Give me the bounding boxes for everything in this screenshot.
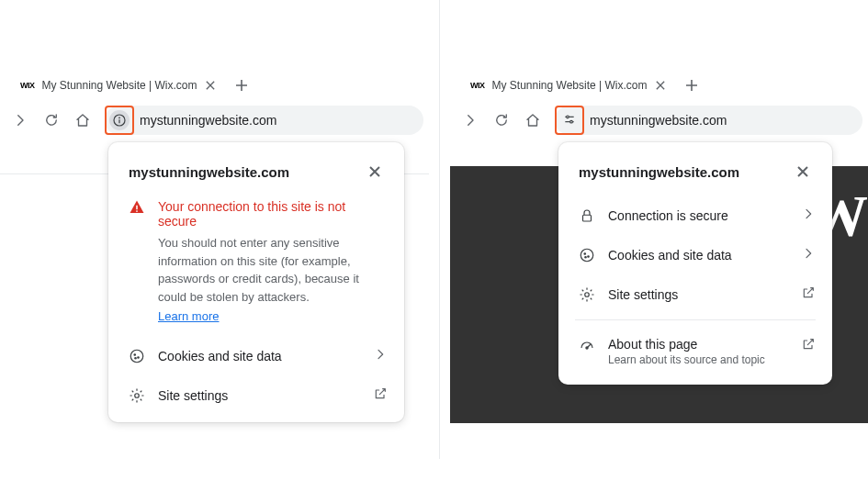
svg-point-17 [588, 255, 590, 257]
svg-rect-3 [136, 206, 138, 210]
popover-header: mystunningwebsite.com [108, 159, 404, 196]
site-settings-row[interactable]: Site settings [558, 274, 832, 314]
svg-point-6 [134, 353, 136, 355]
external-link-icon [801, 337, 816, 354]
external-link-icon [801, 285, 816, 303]
chevron-right-icon [801, 246, 816, 263]
browser-tab[interactable]: WIX My Stunning Website | Wix.com [11, 73, 226, 98]
tab-strip: WIX My Stunning Website | Wix.com [0, 69, 429, 102]
browser-toolbar: mystunningwebsite.com [0, 102, 429, 139]
security-warning: Your connection to this site is not secu… [108, 196, 404, 336]
reload-button[interactable] [487, 106, 516, 135]
chevron-right-icon [373, 347, 388, 364]
svg-point-15 [581, 249, 593, 262]
external-link-icon [373, 386, 388, 404]
vertical-divider [439, 0, 440, 459]
close-icon[interactable] [204, 79, 217, 92]
site-info-popover: mystunningwebsite.com Connection is secu… [558, 142, 832, 385]
chevron-right-icon [801, 207, 816, 224]
close-icon[interactable] [654, 79, 667, 92]
address-bar[interactable]: mystunningwebsite.com [555, 106, 862, 135]
gear-icon [129, 387, 145, 404]
url-text: mystunningwebsite.com [140, 113, 276, 128]
url-text: mystunningwebsite.com [590, 113, 727, 128]
warning-text: You should not enter any sensitive infor… [158, 234, 384, 306]
svg-point-2 [119, 117, 120, 118]
divider [575, 319, 816, 320]
gear-icon [579, 286, 595, 303]
site-settings-label: Site settings [158, 388, 360, 403]
browser-toolbar: mystunningwebsite.com [450, 102, 868, 139]
connection-secure-row[interactable]: Connection is secure [558, 196, 832, 235]
browser-tab[interactable]: WIX My Stunning Website | Wix.com [461, 73, 676, 98]
site-info-popover: mystunningwebsite.com Your connection to… [108, 142, 404, 422]
popover-title: mystunningwebsite.com [579, 164, 739, 180]
about-page-label: About this page [608, 337, 788, 352]
speedometer-icon [579, 337, 595, 353]
popover-title: mystunningwebsite.com [129, 164, 289, 180]
forward-button[interactable] [6, 106, 35, 135]
cookies-row[interactable]: Cookies and site data [558, 235, 832, 274]
tab-title: My Stunning Website | Wix.com [492, 79, 648, 92]
svg-point-21 [586, 347, 588, 349]
cookies-label: Cookies and site data [608, 248, 788, 263]
right-browser-window: WIX My Stunning Website | Wix.com [450, 69, 868, 414]
warning-icon [129, 199, 145, 323]
about-page-sub: Learn about its source and topic [608, 353, 788, 366]
left-browser-window: WIX My Stunning Website | Wix.com [0, 69, 429, 414]
svg-point-7 [138, 356, 140, 358]
connection-label: Connection is secure [608, 208, 788, 223]
site-info-button[interactable] [555, 106, 584, 135]
tune-icon [562, 112, 577, 129]
site-settings-label: Site settings [608, 287, 788, 302]
close-icon[interactable] [362, 159, 388, 184]
site-info-button[interactable] [105, 106, 134, 135]
reload-button[interactable] [37, 106, 66, 135]
site-settings-row[interactable]: Site settings [108, 375, 404, 415]
svg-point-13 [570, 120, 573, 123]
home-button[interactable] [68, 106, 97, 135]
new-tab-button[interactable] [230, 73, 254, 97]
home-button[interactable] [518, 106, 547, 135]
address-bar[interactable]: mystunningwebsite.com [105, 106, 423, 135]
svg-point-19 [585, 292, 590, 296]
learn-more-link[interactable]: Learn more [158, 309, 219, 323]
tab-strip: WIX My Stunning Website | Wix.com [450, 69, 868, 102]
svg-point-5 [130, 350, 143, 363]
svg-point-18 [585, 256, 587, 258]
svg-point-11 [567, 116, 569, 118]
new-tab-button[interactable] [680, 73, 704, 97]
tab-favicon: WIX [470, 81, 485, 90]
svg-point-8 [135, 357, 137, 359]
popover-header: mystunningwebsite.com [558, 159, 832, 196]
svg-rect-14 [583, 215, 592, 221]
forward-button[interactable] [456, 106, 485, 135]
cookies-label: Cookies and site data [158, 349, 360, 363]
svg-rect-4 [136, 210, 138, 212]
lock-icon [579, 207, 595, 224]
about-page-row[interactable]: About this page Learn about its source a… [558, 326, 832, 377]
info-icon [109, 110, 130, 130]
cookies-row[interactable]: Cookies and site data [108, 336, 404, 375]
svg-point-9 [135, 393, 140, 397]
svg-point-16 [584, 252, 586, 254]
close-icon[interactable] [790, 159, 816, 184]
tab-title: My Stunning Website | Wix.com [42, 79, 197, 92]
cookie-icon [579, 247, 595, 263]
warning-heading: Your connection to this site is not secu… [158, 199, 384, 229]
cookie-icon [129, 348, 145, 364]
tab-favicon: WIX [20, 81, 35, 90]
